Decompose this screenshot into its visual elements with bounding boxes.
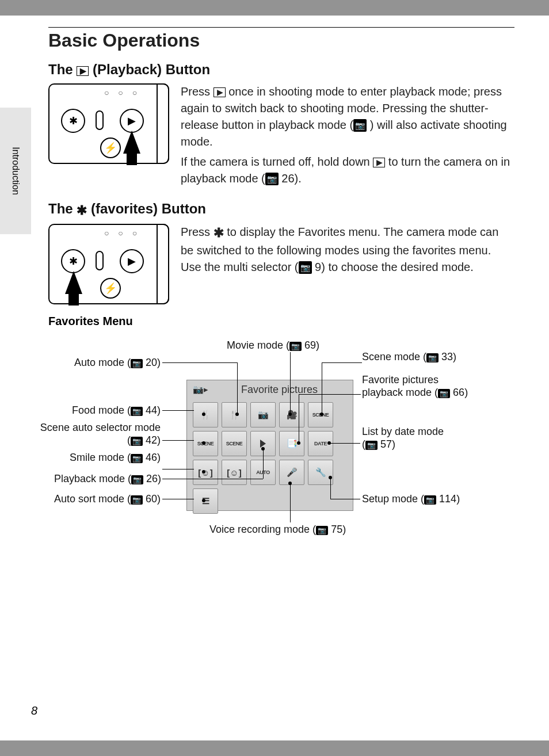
favorites-heading: The ✱ (favorites) Button (48, 201, 514, 218)
play-icon: ▶ (373, 158, 385, 167)
icon-scene-auto: SCENE (222, 431, 247, 456)
icon-food: 🍴 (222, 402, 247, 427)
icon-auto: 📷 (250, 402, 276, 427)
playback-button-icon: ▶ (120, 249, 144, 273)
favorites-button-icon: ✱ (61, 249, 85, 273)
callout-setup: Setup mode (📷 114) (362, 493, 460, 506)
callout-favpics: Favorite pictures playback mode (📷 66) (362, 374, 468, 399)
section-tab-label: Introduction (10, 147, 21, 195)
flash-icon: ⚡ (100, 278, 121, 299)
dots-icon: ○ ○ ○ (104, 88, 140, 97)
icon-autosort: ☰ (193, 488, 218, 514)
section-tab: Introduction (0, 108, 31, 234)
callout-food: Food mode (📷 44) (71, 404, 161, 417)
callout-movie: Movie mode (📷 69) (227, 339, 319, 352)
camera-icon: 📷▸ (193, 384, 208, 395)
callout-listdate: List by date mode (📷 57) (362, 426, 444, 450)
icon-voice: 🎤 (279, 460, 304, 485)
icon-favpics: 📑 (279, 431, 304, 456)
icon-scene-auto: SCENE (193, 431, 218, 456)
icon-movie: 🎥 (279, 402, 304, 427)
favorites-icon: ✱ (77, 203, 87, 218)
play-icon: ▶ (214, 87, 226, 97)
page-ref-icon: 📷 (353, 119, 367, 132)
playback-illustration: ○ ○ ○ ✱ ▶ ⚡ (48, 83, 169, 164)
favorites-illustration: ○ ○ ○ ✱ ▶ ⚡ (48, 224, 169, 304)
callout-auto: Auto mode (📷 20) (74, 357, 161, 369)
callout-scene: Scene mode (📷 33) (362, 351, 456, 364)
playback-heading: The ▶ (Playback) Button (48, 62, 514, 78)
icon-smile: [☺] (193, 460, 218, 485)
play-icon: ▶ (77, 66, 89, 76)
page-ref-icon: 📷 (299, 261, 312, 274)
favorites-icon: ✱ (214, 224, 224, 242)
page-title: Basic Operations (48, 30, 514, 51)
icon-smile: [☺] (222, 460, 247, 485)
page-number: 8 (31, 704, 37, 717)
favorites-menu-heading: Favorites Menu (48, 315, 514, 328)
icon-food: 🍴 (193, 402, 218, 427)
divider (48, 27, 514, 28)
flash-icon: ⚡ (100, 138, 121, 158)
callout-voice: Voice recording mode (📷 75) (209, 524, 346, 536)
callout-sceneauto: Scene auto selector mode (📷 42) (37, 422, 161, 446)
playback-body: Press ▶ once in shooting mode to enter p… (181, 83, 514, 190)
favorites-menu-diagram: 📷▸ Favorite pictures 🍴 SCENE [☺] ☰ 🍴 📷 🎥… (37, 339, 503, 558)
icon-setup: 🔧 (308, 460, 333, 485)
callout-autosort: Auto sort mode (📷 60) (48, 493, 161, 506)
page-ref-icon: 📷 (265, 173, 279, 185)
playback-button-icon: ▶ (120, 109, 144, 133)
callout-smile: Smile mode (📷 46) (66, 452, 161, 464)
favorites-button-icon: ✱ (61, 109, 85, 133)
favorites-body: Press ✱ to display the Favorites menu. T… (181, 224, 514, 304)
callout-playback: Playback mode (📷 26) (54, 473, 161, 486)
camera-screen: 📷▸ Favorite pictures 🍴 SCENE [☺] ☰ 🍴 📷 🎥… (186, 380, 353, 511)
dots-icon: ○ ○ ○ (104, 228, 140, 238)
